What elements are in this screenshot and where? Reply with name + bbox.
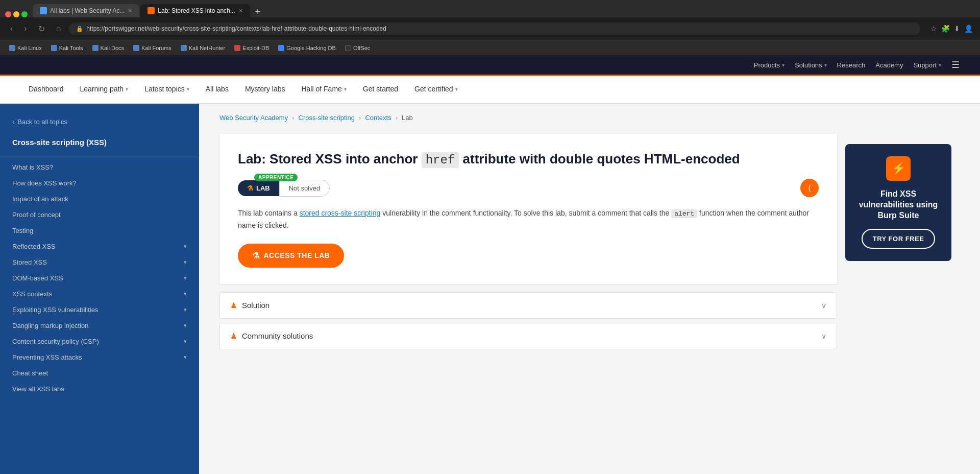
- nav-all-labs[interactable]: All labs: [198, 76, 237, 103]
- nav-learning-path[interactable]: Learning path ▾: [72, 76, 137, 103]
- lab-flask-icon: ⚗: [247, 184, 253, 192]
- bookmark-offsec[interactable]: OffSec: [341, 44, 374, 52]
- breadcrumb-link-3[interactable]: Contexts: [365, 114, 391, 122]
- bookmark-google-hacking[interactable]: Google Hacking DB: [274, 44, 340, 52]
- sidebar-item-chevron: ▾: [184, 259, 187, 266]
- lab-title-prefix: Lab: Stored XSS into anchor: [238, 151, 422, 167]
- bookmark-kali-tools[interactable]: Kali Tools: [47, 44, 87, 52]
- forward-button[interactable]: ›: [21, 23, 30, 34]
- nav-get-started[interactable]: Get started: [355, 76, 406, 103]
- sidebar-back-link[interactable]: ‹ Back to all topics: [0, 114, 199, 134]
- sidebar-item-chevron: ▾: [184, 243, 187, 250]
- community-accordion-header[interactable]: ♟ Community solutions ∨: [220, 323, 837, 349]
- sidebar-item-view-all-labs[interactable]: View all XSS labs: [0, 381, 199, 397]
- desc-code: alert: [671, 209, 697, 218]
- topnav-support-label: Support: [913, 61, 937, 69]
- burp-lightning-icon: ⚡: [892, 162, 905, 175]
- right-panel: ⚡ Find XSS vulnerabilities using Burp Su…: [837, 134, 960, 353]
- win-min-btn[interactable]: [13, 11, 19, 17]
- bookmark-star-button[interactable]: ☆: [930, 25, 937, 33]
- tab-title-1: All labs | Web Security Ac...: [50, 7, 125, 14]
- sidebar-item-chevron: ▾: [184, 338, 187, 345]
- home-button[interactable]: ⌂: [53, 23, 64, 34]
- nav-mystery-labs[interactable]: Mystery labs: [237, 76, 293, 103]
- profile-button[interactable]: 👤: [964, 25, 973, 33]
- nav-latest-topics[interactable]: Latest topics ▾: [136, 76, 198, 103]
- window-controls[interactable]: [5, 11, 28, 17]
- share-icon: ⟨: [808, 183, 811, 193]
- bookmark-label-7: Google Hacking DB: [286, 45, 336, 51]
- topnav-solutions[interactable]: Solutions ▾: [795, 61, 826, 69]
- breadcrumb-sep-2: ›: [359, 114, 361, 122]
- nav-hall-of-fame-label: Hall of Fame: [301, 85, 341, 93]
- share-button[interactable]: ⟨: [800, 179, 819, 197]
- bookmark-kali-nethunter[interactable]: Kali NetHunter: [177, 44, 230, 52]
- breadcrumb-link-2[interactable]: Cross-site scripting: [299, 114, 355, 122]
- sidebar-item-label: Proof of concept: [12, 211, 61, 219]
- win-close-btn[interactable]: [5, 11, 11, 17]
- sidebar-item-dom-based-xss[interactable]: DOM-based XSS ▾: [0, 270, 199, 286]
- topnav-research[interactable]: Research: [837, 61, 866, 69]
- sidebar-item-cheat-sheet[interactable]: Cheat sheet: [0, 365, 199, 381]
- bookmark-label-2: Kali Tools: [59, 45, 83, 51]
- main-layout: ‹ Back to all topics Cross-site scriptin…: [0, 104, 980, 474]
- sidebar-item-label: DOM-based XSS: [12, 274, 63, 282]
- sidebar-item-csp[interactable]: Content security policy (CSP) ▾: [0, 334, 199, 349]
- nav-hall-of-fame[interactable]: Hall of Fame ▾: [293, 76, 354, 103]
- nav-dashboard[interactable]: Dashboard: [20, 76, 72, 103]
- bookmark-favicon-2: [51, 45, 57, 51]
- nav-learning-path-label: Learning path: [80, 85, 124, 93]
- access-lab-button[interactable]: ⚗ ACCESS THE LAB: [238, 244, 344, 268]
- sidebar-item-reflected-xss[interactable]: Reflected XSS ▾: [0, 239, 199, 254]
- breadcrumb-current: Lab: [402, 114, 413, 122]
- add-tab-button[interactable]: +: [251, 7, 265, 17]
- lab-badges: APPRENTICE ⚗ LAB Not solved ⟨: [238, 179, 819, 197]
- hamburger-menu-icon[interactable]: ☰: [951, 59, 960, 70]
- bookmark-favicon-1: [9, 45, 15, 51]
- topnav-solutions-chevron: ▾: [824, 62, 827, 68]
- lab-title: Lab: Stored XSS into anchor href attribu…: [238, 150, 819, 169]
- tab-close-1[interactable]: ✕: [128, 8, 132, 14]
- bookmark-favicon-8: [345, 45, 351, 51]
- tab-lab[interactable]: Lab: Stored XSS into anch... ✕: [140, 4, 250, 17]
- sidebar-item-proof-of-concept[interactable]: Proof of concept: [0, 207, 199, 223]
- bookmark-kali-forums[interactable]: Kali Forums: [129, 44, 176, 52]
- tab-close-2[interactable]: ✕: [238, 8, 243, 14]
- sidebar-item-chevron: ▾: [184, 322, 187, 329]
- community-icon: ♟: [230, 331, 237, 341]
- sidebar-item-preventing[interactable]: Preventing XSS attacks ▾: [0, 349, 199, 365]
- topnav-support-chevron: ▾: [939, 62, 941, 68]
- sidebar-item-label: Stored XSS: [12, 258, 47, 266]
- sidebar-item-xss-contexts[interactable]: XSS contexts ▾: [0, 286, 199, 302]
- topnav-academy[interactable]: Academy: [875, 61, 903, 69]
- back-button[interactable]: ‹: [7, 23, 16, 34]
- access-btn-icon: ⚗: [252, 251, 260, 260]
- burp-try-free-button[interactable]: TRY FOR FREE: [862, 229, 936, 249]
- breadcrumb-link-1[interactable]: Web Security Academy: [219, 114, 288, 122]
- sidebar-item-testing[interactable]: Testing: [0, 223, 199, 239]
- topnav-products-chevron: ▾: [782, 62, 785, 68]
- refresh-button[interactable]: ↻: [35, 23, 48, 35]
- sidebar-item-what-is-xss[interactable]: What is XSS?: [0, 159, 199, 175]
- download-button[interactable]: ⬇: [954, 25, 960, 33]
- sidebar-item-exploiting[interactable]: Exploiting XSS vulnerabilities ▾: [0, 302, 199, 318]
- topnav-research-label: Research: [837, 61, 866, 69]
- sidebar-item-chevron: ▾: [184, 354, 187, 361]
- win-max-btn[interactable]: [21, 11, 28, 17]
- solution-accordion-header[interactable]: ♟ Solution ∨: [220, 293, 837, 318]
- sidebar-item-how-does-xss-work[interactable]: How does XSS work?: [0, 175, 199, 191]
- desc-link[interactable]: stored cross-site scripting: [300, 209, 381, 217]
- topnav-support[interactable]: Support ▾: [913, 61, 941, 69]
- tab-alllabs[interactable]: All labs | Web Security Ac... ✕: [33, 4, 139, 17]
- sidebar-item-stored-xss[interactable]: Stored XSS ▾: [0, 254, 199, 270]
- sidebar-item-dangling-markup[interactable]: Dangling markup injection ▾: [0, 318, 199, 334]
- sidebar-item-impact[interactable]: Impact of an attack: [0, 191, 199, 207]
- topnav-products[interactable]: Products ▾: [754, 61, 785, 69]
- nav-dashboard-label: Dashboard: [29, 85, 64, 93]
- address-bar[interactable]: 🔒 https://portswigger.net/web-security/c…: [69, 22, 920, 35]
- bookmark-kali-docs[interactable]: Kali Docs: [88, 44, 128, 52]
- extensions-button[interactable]: 🧩: [941, 25, 950, 33]
- bookmark-exploit-db[interactable]: Exploit-DB: [230, 44, 273, 52]
- bookmark-kali-linux[interactable]: Kali Linux: [5, 44, 46, 52]
- nav-get-certified[interactable]: Get certified ▾: [406, 76, 465, 103]
